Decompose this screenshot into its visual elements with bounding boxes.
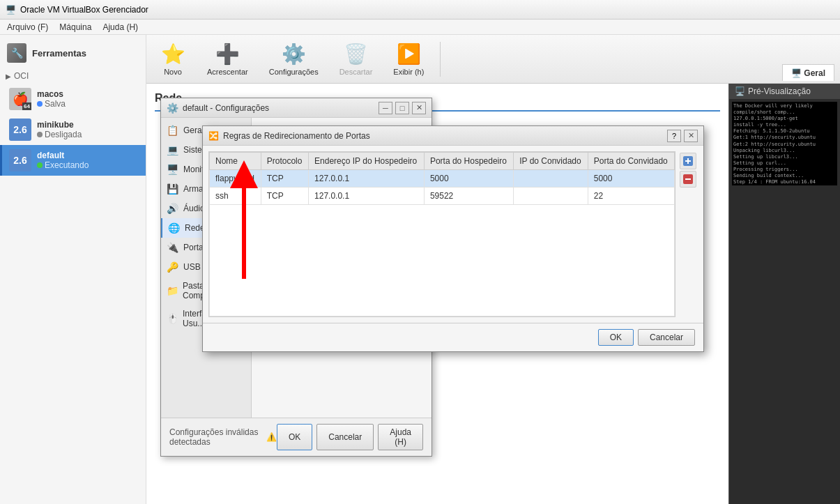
status-dot-macos xyxy=(37,101,43,107)
preview-icon: 🖥️ xyxy=(735,86,745,96)
restore-button[interactable]: □ xyxy=(395,102,409,114)
preview-title: 🖥️ Pré-Visualização xyxy=(729,84,840,99)
nav-usb-icon: 🔑 xyxy=(167,261,179,273)
vm-status-macos: Salva xyxy=(37,99,139,109)
settings-ok-button[interactable]: OK xyxy=(277,424,312,450)
tools-icon: 🔧 xyxy=(7,43,26,63)
vm-info-default: default Executando xyxy=(37,151,139,170)
table-row-empty xyxy=(210,205,675,316)
toolbar-exibir[interactable]: ▶️ Exibir (h) xyxy=(385,39,432,79)
table-row[interactable]: flappy-bird TCP 127.0.0.1 5000 5000 xyxy=(210,170,675,188)
settings-title: default - Configurações xyxy=(183,103,374,113)
vm-name-minikube: minikube xyxy=(37,120,139,130)
menu-arquivo[interactable]: Arquivo (F) xyxy=(3,21,52,33)
menu-maquina[interactable]: Máquina xyxy=(55,21,96,33)
vm-info-macos: macos Salva xyxy=(37,89,139,109)
descartar-icon: 🗑️ xyxy=(344,43,368,66)
settings-status: Configurações inválidas detectadas ⚠️ xyxy=(169,427,277,447)
port-forwarding-dialog: 🔀 Regras de Redirecionamento de Portas ?… xyxy=(202,125,704,352)
vm-item-minikube[interactable]: 2.6 minikube Desligada xyxy=(0,114,146,145)
settings-status-text: Configurações inválidas detectadas xyxy=(169,427,262,447)
port-dialog-close[interactable]: ✕ xyxy=(684,130,698,142)
remove-rule-button[interactable] xyxy=(680,171,696,188)
geral-tab-icon: 🖥️ xyxy=(791,68,802,78)
menu-bar: Arquivo (F) Máquina Ajuda (H) xyxy=(0,20,840,35)
row2-guest-ip xyxy=(514,188,588,205)
port-dialog-body: Nome Protocolo Endereço IP do Hospedeiro… xyxy=(203,146,703,323)
row1-host-ip: 127.0.0.1 xyxy=(309,170,425,188)
settings-actions: OK Cancelar Ajuda (H) xyxy=(277,424,423,450)
configuracoes-label: Configurações xyxy=(269,68,319,76)
content-panel: Rede Adaptadores Nenhum 🖥️ Pré-Visualiza… xyxy=(146,84,840,504)
table-wrapper: Nome Protocolo Endereço IP do Hospedeiro… xyxy=(208,151,675,317)
sidebar: 🔧 Ferramentas ▶ OCI 🍎 64 macos Salva xyxy=(0,35,146,504)
settings-help-button[interactable]: Ajuda (H) xyxy=(378,424,423,450)
nav-armazenamento-icon: 💾 xyxy=(167,183,179,194)
vm-icon-macos: 🍎 64 xyxy=(9,88,31,110)
vm-status-minikube: Desligada xyxy=(37,130,139,139)
minimize-button[interactable]: ─ xyxy=(379,102,392,114)
row2-guest-port: 22 xyxy=(588,188,674,205)
row2-host-port: 59522 xyxy=(424,188,513,205)
preview-panel: 🖥️ Pré-Visualização The Docker will very… xyxy=(728,84,840,504)
settings-footer: Configurações inválidas detectadas ⚠️ OK… xyxy=(161,418,432,456)
vm-item-default[interactable]: 2.6 default Executando xyxy=(0,145,146,176)
descartar-label: Descartar xyxy=(339,68,373,76)
row1-guest-port: 5000 xyxy=(588,170,674,188)
oci-section[interactable]: ▶ OCI xyxy=(0,68,146,84)
table-actions xyxy=(678,151,698,317)
toolbar: ⭐ Novo ➕ Acrescentar ⚙️ Configurações 🗑️… xyxy=(146,35,840,84)
vm-icon-default: 2.6 xyxy=(9,149,31,171)
toolbar-acrescentar[interactable]: ➕ Acrescentar xyxy=(199,39,256,79)
row2-protocol: TCP xyxy=(261,188,308,205)
port-dialog-title-bar: 🔀 Regras de Redirecionamento de Portas ?… xyxy=(203,126,703,146)
status-dot-minikube xyxy=(37,132,43,137)
toolbar-configuracoes[interactable]: ⚙️ Configurações xyxy=(261,39,326,79)
settings-title-bar: ⚙️ default - Configurações ─ □ ✕ xyxy=(161,98,432,118)
nav-portas-icon: 🔌 xyxy=(167,242,179,253)
port-ok-button[interactable]: OK xyxy=(598,329,634,346)
acrescentar-label: Acrescentar xyxy=(207,68,248,76)
nav-audio-icon: 🔊 xyxy=(167,203,179,214)
exibir-icon: ▶️ xyxy=(397,43,421,66)
vm-icon-minikube: 2.6 xyxy=(9,119,31,141)
geral-tab[interactable]: 🖥️ Geral xyxy=(782,64,834,81)
port-dialog-controls: ? ✕ xyxy=(667,130,698,142)
nav-geral-icon: 📋 xyxy=(167,125,179,136)
toolbar-separator xyxy=(440,42,441,77)
col-host-port: Porta do Hospedeiro xyxy=(424,153,513,170)
close-button[interactable]: ✕ xyxy=(412,102,426,114)
table-row[interactable]: ssh TCP 127.0.0.1 59522 22 xyxy=(210,188,675,205)
port-dialog-help[interactable]: ? xyxy=(667,130,681,142)
row1-host-port: 5000 xyxy=(424,170,513,188)
tools-label: Ferramentas xyxy=(32,48,86,59)
table-area: Nome Protocolo Endereço IP do Hospedeiro… xyxy=(208,151,698,317)
app-title: Oracle VM VirtualBox Gerenciador xyxy=(20,5,148,15)
oci-arrow-icon: ▶ xyxy=(6,72,11,80)
toolbar-novo[interactable]: ⭐ Novo xyxy=(152,39,194,79)
col-host-ip: Endereço IP do Hospedeiro xyxy=(309,153,425,170)
preview-screen: The Docker will very likely compile/shor… xyxy=(732,102,837,185)
exibir-label: Exibir (h) xyxy=(393,68,424,76)
port-table: Nome Protocolo Endereço IP do Hospedeiro… xyxy=(209,152,675,316)
novo-label: Novo xyxy=(164,68,182,76)
row1-guest-ip xyxy=(514,170,588,188)
settings-cancel-button[interactable]: Cancelar xyxy=(316,424,374,450)
nav-pastas-icon: 📁 xyxy=(167,285,178,296)
vm-status-default: Executando xyxy=(37,160,139,170)
port-dialog-icon: 🔀 xyxy=(208,131,219,141)
col-nome: Nome xyxy=(210,153,261,170)
warning-icon: ⚠️ xyxy=(266,432,277,442)
row2-name: ssh xyxy=(210,188,261,205)
vm-item-macos[interactable]: 🍎 64 macos Salva xyxy=(0,84,146,114)
sidebar-tools: 🔧 Ferramentas xyxy=(0,38,146,68)
add-rule-button[interactable] xyxy=(680,153,696,169)
nav-monitor-icon: 🖥️ xyxy=(167,164,179,175)
title-bar: 🖥️ Oracle VM VirtualBox Gerenciador xyxy=(0,0,840,20)
vm-info-minikube: minikube Desligada xyxy=(37,120,139,139)
status-dot-default xyxy=(37,162,43,168)
vm-name-default: default xyxy=(37,151,139,160)
configuracoes-icon: ⚙️ xyxy=(282,43,306,66)
port-cancel-button[interactable]: Cancelar xyxy=(638,329,695,346)
menu-ajuda[interactable]: Ajuda (H) xyxy=(98,21,142,33)
